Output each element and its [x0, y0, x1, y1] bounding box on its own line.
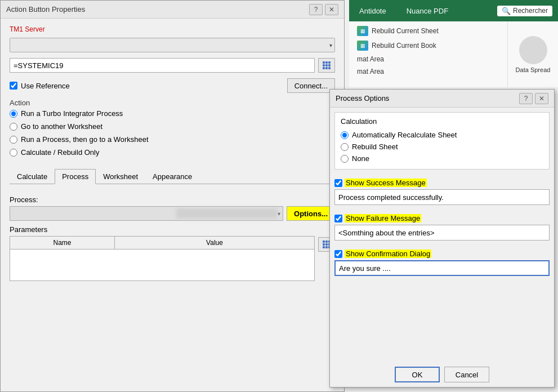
tab-calculate[interactable]: Calculate [10, 169, 55, 184]
server-value-input[interactable] [10, 58, 315, 73]
process-dropdown[interactable]: ▾ [10, 206, 283, 221]
radio-another-worksheet: Go to another Worksheet [10, 120, 335, 133]
ok-button[interactable]: OK [395, 367, 440, 382]
rebuild-book-label: Rebuild Current Book [372, 42, 436, 50]
process-options-dialog: Process Options ? ✕ Calculation Automati… [329, 89, 555, 387]
show-confirmation-checkbox[interactable] [334, 250, 342, 258]
server-input-row [10, 58, 335, 73]
parameters-label: Parameters [10, 225, 335, 234]
ribbon-search-box[interactable]: 🔍 Rechercher [497, 6, 552, 16]
params-name-col-header: Name [10, 237, 115, 249]
radio-another-worksheet-label: Go to another Worksheet [21, 122, 102, 131]
process-options-close-btn[interactable]: ✕ [535, 93, 548, 104]
format-area-label2: mat Area [357, 68, 384, 75]
failure-checkbox-row: Show Failure Message [334, 214, 550, 222]
success-checkbox-row: Show Success Message [334, 179, 550, 187]
action-dialog-title: Action Button Properties [6, 5, 85, 14]
calc-none-label: None [352, 154, 369, 163]
radio-turbo-integrator: Run a Turbo Integrator Process [10, 107, 335, 120]
radio-calculate-rebuild-input[interactable] [10, 149, 17, 157]
process-field-group: Process: ▾ Options... [10, 195, 335, 221]
params-header-row: Name Value [10, 237, 314, 250]
grid-icon [323, 61, 331, 69]
process-tab-content: Process: ▾ Options... Parameters Name Va… [10, 190, 335, 385]
data-spread-area: Data Spread [507, 21, 558, 87]
ribbon-tab-nuance[interactable]: Nuance PDF [402, 5, 453, 17]
calculation-section-label: Calculation [341, 117, 543, 126]
confirmation-checkbox-row: Show Confirmation Dialog [334, 250, 550, 258]
calc-rebuild-sheet: Rebuild Sheet [341, 141, 543, 153]
radio-turbo-integrator-label: Run a Turbo Integrator Process [21, 109, 123, 118]
show-success-label: Show Success Message [345, 179, 427, 187]
calc-auto-recalc-label: Automatically Recalculate Sheet [352, 131, 457, 139]
action-dialog-help-btn[interactable]: ? [309, 4, 323, 15]
process-options-titlebar: Process Options ? ✕ [330, 90, 554, 108]
show-confirmation-label: Show Confirmation Dialog [345, 250, 431, 258]
grid-selector-btn[interactable] [318, 58, 335, 73]
parameters-table: Name Value [10, 236, 315, 281]
show-success-checkbox[interactable] [334, 179, 342, 187]
show-failure-checkbox[interactable] [334, 215, 342, 222]
ribbon-tab-antidote[interactable]: Antidote [355, 5, 391, 17]
calc-rebuild-sheet-input[interactable] [341, 143, 349, 151]
data-spread-label: Data Spread [516, 66, 551, 73]
calc-rebuild-sheet-label: Rebuild Sheet [352, 142, 398, 151]
radio-another-worksheet-input[interactable] [10, 123, 17, 131]
radio-calculate-rebuild-label: Calculate / Rebuild Only [21, 148, 99, 157]
radio-process-then-worksheet-input[interactable] [10, 136, 17, 144]
radio-calculate-rebuild: Calculate / Rebuild Only [10, 146, 335, 159]
calc-none-input[interactable] [341, 155, 349, 163]
options-button[interactable]: Options... [287, 206, 335, 221]
rebuild-book-icon: ▦ [357, 41, 368, 51]
process-label: Process: [10, 195, 335, 204]
calc-auto-recalc-input[interactable] [341, 131, 349, 139]
action-dialog-body: TM1 Server ▾ Use Reference Connect... [1, 19, 344, 391]
use-reference-row: Use Reference Connect... [10, 78, 335, 93]
cancel-button[interactable]: Cancel [444, 367, 489, 382]
confirmation-dialog-group: Show Confirmation Dialog [334, 250, 550, 276]
rebuild-sheet-icon: ▦ [357, 26, 368, 36]
process-input-row: ▾ Options... [10, 206, 335, 221]
format-area-label: mat Area [357, 55, 384, 63]
tabs-row: Calculate Process Worksheet Appearance [10, 169, 335, 184]
radio-turbo-integrator-input[interactable] [10, 110, 17, 118]
tab-appearance[interactable]: Appearance [145, 169, 199, 184]
action-button-dialog: Action Button Properties ? ✕ TM1 Server … [0, 0, 345, 392]
parameters-section: Parameters Name Value [10, 225, 335, 379]
process-dropdown-arrow-icon: ▾ [278, 211, 280, 217]
confirmation-message-input[interactable] [334, 260, 550, 276]
use-reference-checkbox[interactable] [10, 82, 17, 90]
radio-process-then-worksheet-label: Run a Process, then go to a Worksheet [21, 135, 149, 144]
failure-message-input[interactable] [334, 225, 550, 240]
titlebar-buttons: ? ✕ [309, 4, 338, 15]
use-reference-text: Use Reference [21, 82, 70, 90]
tm1-server-label: TM1 Server [10, 25, 335, 33]
calculation-section: Calculation Automatically Recalculate Sh… [334, 112, 550, 170]
action-dialog-close-btn[interactable]: ✕ [325, 4, 338, 15]
dropdown-arrow-icon: ▾ [329, 42, 332, 48]
process-options-help-btn[interactable]: ? [519, 93, 533, 104]
show-failure-label: Show Failure Message [345, 214, 421, 222]
tm1-server-dropdown[interactable]: ▾ [10, 38, 335, 52]
excel-ribbon: Antidote Nuance PDF 🔍 Rechercher ▦ Rebui… [349, 0, 558, 87]
connect-button[interactable]: Connect... [287, 78, 335, 93]
ribbon-search-label: Rechercher [513, 7, 548, 15]
calc-none: None [341, 153, 543, 164]
tab-worksheet[interactable]: Worksheet [96, 169, 145, 184]
success-message-group: Show Success Message [334, 179, 550, 205]
search-icon: 🔍 [502, 7, 511, 15]
data-spread-button[interactable] [519, 36, 547, 64]
radio-process-then-worksheet: Run a Process, then go to a Worksheet [10, 133, 335, 146]
success-message-input[interactable] [334, 189, 550, 205]
action-dialog-titlebar: Action Button Properties ? ✕ [1, 1, 344, 19]
params-value-col-header: Value [115, 237, 314, 249]
process-options-title: Process Options [336, 94, 389, 103]
failure-message-group: Show Failure Message [334, 214, 550, 240]
tab-process[interactable]: Process [55, 169, 96, 184]
process-options-footer: OK Cancel [330, 362, 554, 387]
tm1-server-section: TM1 Server ▾ [10, 25, 335, 52]
process-blurred-name [176, 208, 278, 219]
use-reference-label[interactable]: Use Reference [10, 82, 70, 90]
action-section: Action Run a Turbo Integrator Process Go… [10, 99, 335, 159]
rebuild-sheet-label: Rebuild Current Sheet [372, 27, 439, 35]
